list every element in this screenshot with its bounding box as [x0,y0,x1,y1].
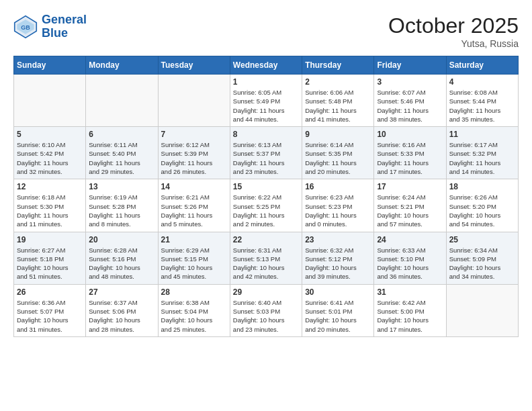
day-number: 16 [305,182,371,191]
day-number: 2 [305,77,371,87]
day-number: 6 [89,130,154,139]
calendar-cell: 19Sunrise: 6:27 AM Sunset: 5:18 PM Dayli… [14,232,86,284]
day-info: Sunrise: 6:16 AM Sunset: 5:33 PM Dayligh… [377,140,443,176]
day-info: Sunrise: 6:41 AM Sunset: 5:01 PM Dayligh… [305,298,371,334]
day-info: Sunrise: 6:42 AM Sunset: 5:00 PM Dayligh… [377,298,443,334]
day-number: 4 [449,77,515,87]
day-number: 8 [233,130,299,139]
calendar-cell: 13Sunrise: 6:19 AM Sunset: 5:28 PM Dayli… [86,179,158,232]
calendar-cell: 23Sunrise: 6:32 AM Sunset: 5:12 PM Dayli… [302,232,374,284]
calendar-cell: 27Sunrise: 6:37 AM Sunset: 5:06 PM Dayli… [86,284,158,336]
calendar-cell: 10Sunrise: 6:16 AM Sunset: 5:33 PM Dayli… [374,127,446,179]
day-info: Sunrise: 6:27 AM Sunset: 5:18 PM Dayligh… [17,246,83,281]
calendar-cell: 6Sunrise: 6:11 AM Sunset: 5:40 PM Daylig… [86,127,158,179]
day-info: Sunrise: 6:19 AM Sunset: 5:28 PM Dayligh… [89,193,154,228]
calendar-cell: 24Sunrise: 6:33 AM Sunset: 5:10 PM Dayli… [374,232,446,284]
day-number: 1 [233,77,299,87]
weekday-header: Wednesday [230,56,302,75]
location: Yutsa, Russia [388,38,519,49]
day-info: Sunrise: 6:36 AM Sunset: 5:07 PM Dayligh… [17,298,83,334]
day-number: 31 [377,287,443,297]
day-number: 13 [89,182,154,191]
calendar-cell: 28Sunrise: 6:38 AM Sunset: 5:04 PM Dayli… [158,284,230,336]
day-number: 10 [377,130,443,139]
title-block: October 2025 Yutsa, Russia [388,13,519,49]
day-info: Sunrise: 6:14 AM Sunset: 5:35 PM Dayligh… [305,140,371,176]
day-number: 30 [305,287,371,297]
calendar-week-row: 26Sunrise: 6:36 AM Sunset: 5:07 PM Dayli… [14,284,519,336]
day-info: Sunrise: 6:11 AM Sunset: 5:40 PM Dayligh… [89,140,154,176]
calendar-cell: 29Sunrise: 6:40 AM Sunset: 5:03 PM Dayli… [230,284,302,336]
calendar-cell: 18Sunrise: 6:26 AM Sunset: 5:20 PM Dayli… [446,179,518,232]
day-number: 29 [233,287,299,297]
day-info: Sunrise: 6:29 AM Sunset: 5:15 PM Dayligh… [161,246,227,281]
calendar-week-row: 5Sunrise: 6:10 AM Sunset: 5:42 PM Daylig… [14,127,519,179]
day-number: 15 [233,182,299,191]
calendar-cell: 16Sunrise: 6:23 AM Sunset: 5:23 PM Dayli… [302,179,374,232]
day-info: Sunrise: 6:28 AM Sunset: 5:16 PM Dayligh… [89,246,154,281]
calendar-cell [86,75,158,127]
calendar-cell: 15Sunrise: 6:22 AM Sunset: 5:25 PM Dayli… [230,179,302,232]
day-info: Sunrise: 6:33 AM Sunset: 5:10 PM Dayligh… [377,246,443,281]
day-number: 22 [233,235,299,244]
day-info: Sunrise: 6:21 AM Sunset: 5:26 PM Dayligh… [161,193,227,228]
day-number: 18 [449,182,515,191]
day-number: 21 [161,235,227,244]
calendar-cell: 7Sunrise: 6:12 AM Sunset: 5:39 PM Daylig… [158,127,230,179]
calendar-cell: 14Sunrise: 6:21 AM Sunset: 5:26 PM Dayli… [158,179,230,232]
day-info: Sunrise: 6:08 AM Sunset: 5:44 PM Dayligh… [449,88,515,124]
day-number: 14 [161,182,227,191]
calendar-header-row: SundayMondayTuesdayWednesdayThursdayFrid… [14,56,519,75]
day-number: 12 [17,182,83,191]
weekday-header: Friday [374,56,446,75]
page-header: GB General Blue October 2025 Yutsa, Russ… [13,13,519,49]
day-number: 25 [449,235,515,244]
month-year: October 2025 [388,13,519,38]
day-number: 23 [305,235,371,244]
calendar-cell: 8Sunrise: 6:13 AM Sunset: 5:37 PM Daylig… [230,127,302,179]
day-number: 28 [161,287,227,297]
calendar-cell: 25Sunrise: 6:34 AM Sunset: 5:09 PM Dayli… [446,232,518,284]
logo-text: General Blue [42,13,87,40]
calendar-cell [158,75,230,127]
day-info: Sunrise: 6:12 AM Sunset: 5:39 PM Dayligh… [161,140,227,176]
day-info: Sunrise: 6:22 AM Sunset: 5:25 PM Dayligh… [233,193,299,228]
day-info: Sunrise: 6:40 AM Sunset: 5:03 PM Dayligh… [233,298,299,334]
day-info: Sunrise: 6:13 AM Sunset: 5:37 PM Dayligh… [233,140,299,176]
calendar-cell: 30Sunrise: 6:41 AM Sunset: 5:01 PM Dayli… [302,284,374,336]
day-info: Sunrise: 6:07 AM Sunset: 5:46 PM Dayligh… [377,88,443,124]
weekday-header: Saturday [446,56,518,75]
calendar-week-row: 12Sunrise: 6:18 AM Sunset: 5:30 PM Dayli… [14,179,519,232]
calendar-cell: 26Sunrise: 6:36 AM Sunset: 5:07 PM Dayli… [14,284,86,336]
calendar-cell: 1Sunrise: 6:05 AM Sunset: 5:49 PM Daylig… [230,75,302,127]
calendar-week-row: 1Sunrise: 6:05 AM Sunset: 5:49 PM Daylig… [14,75,519,127]
calendar-cell: 20Sunrise: 6:28 AM Sunset: 5:16 PM Dayli… [86,232,158,284]
calendar-cell: 21Sunrise: 6:29 AM Sunset: 5:15 PM Dayli… [158,232,230,284]
calendar-cell: 31Sunrise: 6:42 AM Sunset: 5:00 PM Dayli… [374,284,446,336]
calendar-cell: 11Sunrise: 6:17 AM Sunset: 5:32 PM Dayli… [446,127,518,179]
logo: GB General Blue [13,13,87,40]
day-info: Sunrise: 6:31 AM Sunset: 5:13 PM Dayligh… [233,246,299,281]
day-number: 7 [161,130,227,139]
calendar-cell: 12Sunrise: 6:18 AM Sunset: 5:30 PM Dayli… [14,179,86,232]
weekday-header: Thursday [302,56,374,75]
day-info: Sunrise: 6:34 AM Sunset: 5:09 PM Dayligh… [449,246,515,281]
logo-icon: GB [13,15,38,39]
day-info: Sunrise: 6:37 AM Sunset: 5:06 PM Dayligh… [89,298,154,334]
day-info: Sunrise: 6:38 AM Sunset: 5:04 PM Dayligh… [161,298,227,334]
calendar-cell: 9Sunrise: 6:14 AM Sunset: 5:35 PM Daylig… [302,127,374,179]
day-number: 27 [89,287,154,297]
calendar-cell: 3Sunrise: 6:07 AM Sunset: 5:46 PM Daylig… [374,75,446,127]
day-number: 24 [377,235,443,244]
day-number: 5 [17,130,83,139]
day-info: Sunrise: 6:05 AM Sunset: 5:49 PM Dayligh… [233,88,299,124]
calendar-cell: 17Sunrise: 6:24 AM Sunset: 5:21 PM Dayli… [374,179,446,232]
calendar-cell: 4Sunrise: 6:08 AM Sunset: 5:44 PM Daylig… [446,75,518,127]
logo-line1: General [42,13,87,26]
day-number: 9 [305,130,371,139]
day-number: 11 [449,130,515,139]
day-info: Sunrise: 6:32 AM Sunset: 5:12 PM Dayligh… [305,246,371,281]
day-number: 17 [377,182,443,191]
logo-line2: Blue [42,26,68,40]
calendar-cell: 5Sunrise: 6:10 AM Sunset: 5:42 PM Daylig… [14,127,86,179]
